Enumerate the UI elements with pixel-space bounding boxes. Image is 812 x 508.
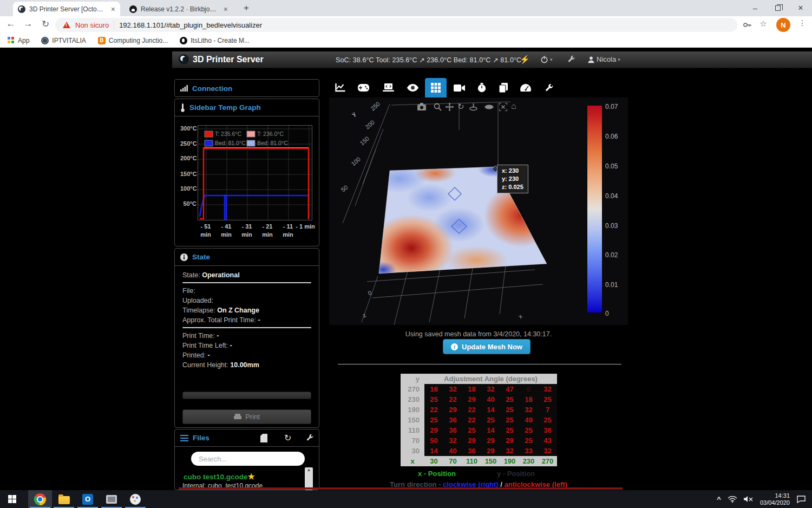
taskbar-explorer[interactable]: [52, 490, 76, 508]
file-search-input[interactable]: [191, 452, 305, 466]
chevron-down-icon: ▾: [550, 57, 553, 62]
chevron-down-icon: ▾: [618, 57, 620, 62]
close-tab-icon[interactable]: ×: [111, 5, 115, 14]
table-cell: 43: [538, 435, 557, 446]
table-cell: 110: [462, 456, 481, 466]
stopwatch-icon: [477, 83, 486, 93]
volume-muted-icon[interactable]: [744, 496, 753, 503]
temp-graph-plot[interactable]: T: 235.6°C T: 236.0°C Bed: 81.0°C Bed: 8…: [198, 125, 312, 220]
files-settings-wrench-icon[interactable]: [306, 434, 314, 442]
state-panel: State State: Operational File: Uploaded:…: [174, 248, 319, 428]
file-list-item[interactable]: cubo test10.gcode★: [184, 472, 255, 481]
colorbar-tick: 0: [605, 310, 609, 317]
colorbar: [587, 106, 602, 312]
bed-mesh-3d-plot[interactable]: ↻ ⌂: [329, 97, 628, 325]
password-key-icon[interactable]: [743, 21, 751, 29]
wrench-icon: [567, 55, 575, 63]
table-cell: 32: [519, 405, 538, 415]
connection-panel-header[interactable]: Connection: [175, 80, 319, 97]
not-secure-warning-icon[interactable]: [63, 22, 70, 28]
favorite-star-icon[interactable]: ★: [248, 472, 255, 481]
bookmark-star-icon[interactable]: ☆: [757, 19, 770, 29]
table-cell: 25: [424, 415, 443, 425]
table-cell: 32: [443, 435, 462, 446]
itslitho-icon: [180, 37, 187, 44]
table-cell: 70: [401, 435, 424, 446]
bookmark-computing-junction[interactable]: B Computing Junctio...: [98, 37, 168, 44]
browser-tab-github[interactable]: Release v1.2.2 · Birkbjo/OctoPrin ×: [125, 2, 233, 16]
notification-center-icon[interactable]: [797, 496, 806, 503]
wifi-icon[interactable]: [728, 496, 737, 503]
bed-actual-line: [200, 196, 309, 219]
system-power-menu[interactable]: ▾: [540, 55, 553, 63]
taskbar-paint[interactable]: [123, 490, 147, 508]
octoprint-logo-icon: [179, 54, 189, 64]
taskbar-outlook[interactable]: O: [76, 490, 100, 508]
table-cell: 49: [519, 415, 538, 425]
timelapse-row: Timelapse: On Z Change: [182, 305, 311, 315]
octoprint-page: 3D Printer Server SoC: 38.6°C Tool: 235.…: [0, 48, 812, 490]
sd-card-icon[interactable]: [260, 434, 267, 442]
temp-graph-panel-header[interactable]: Sidebar Temp Graph: [175, 99, 319, 116]
tab-temperature[interactable]: [329, 78, 351, 97]
profile-avatar[interactable]: N: [776, 18, 790, 32]
new-tab-button[interactable]: +: [238, 0, 254, 16]
tab-custom-settings[interactable]: [538, 78, 560, 97]
bookmark-itslitho[interactable]: ItsLitho - Create M...: [180, 37, 250, 44]
paint-icon: [130, 494, 141, 505]
table-cell: 270: [538, 456, 557, 466]
address-field[interactable]: Non sicuro 192.168.1.101/#tab_plugin_bed…: [55, 18, 737, 32]
tab-control[interactable]: [352, 78, 374, 97]
back-icon[interactable]: ←: [4, 18, 17, 29]
mesh-surface[interactable]: [369, 162, 558, 282]
tab-plugin-pages[interactable]: [493, 78, 514, 97]
tray-expand-chevron-icon[interactable]: ^: [717, 495, 721, 503]
laptop-code-icon: [383, 83, 394, 92]
mesh-data-caption: Using saved mesh data from 3/4/2020, 14:…: [329, 330, 628, 338]
bookmark-apps[interactable]: App: [8, 37, 29, 44]
table-cell: 29: [500, 435, 519, 446]
refresh-icon[interactable]: ↻: [284, 433, 291, 443]
tab-terminal[interactable]: [377, 78, 399, 97]
user-icon: [587, 56, 595, 63]
minimize-window-button[interactable]: –: [744, 0, 767, 16]
table-cell: 32: [481, 384, 500, 394]
temp-x-tick: - 21min: [257, 223, 278, 239]
url-text[interactable]: 192.168.1.101/#tab_plugin_bedlevelvisual…: [119, 21, 262, 29]
tab-webcam[interactable]: [448, 78, 470, 97]
start-button[interactable]: [0, 490, 24, 508]
settings-wrench-button[interactable]: [567, 55, 575, 63]
forward-icon[interactable]: →: [22, 18, 35, 29]
table-cell: 47: [500, 384, 519, 394]
adjustment-angle-table: yAdjustment Angle (degrees)2701832183247…: [401, 374, 557, 466]
tab-gcode-viewer[interactable]: [402, 78, 423, 97]
close-window-button[interactable]: ×: [789, 0, 812, 16]
state-panel-header[interactable]: State: [175, 249, 319, 266]
update-mesh-button[interactable]: i Update Mesh Now: [443, 339, 531, 354]
browser-tab-octoprint[interactable]: 3D Printer Server [OctoPrint] ×: [13, 2, 120, 16]
octoprint-logo[interactable]: 3D Printer Server: [179, 54, 264, 64]
state-info: State: Operational File: Uploaded: Timel…: [182, 270, 311, 370]
clipped-element-edge: [179, 487, 623, 490]
tab-dashboard[interactable]: [515, 78, 536, 97]
files-scrollbar[interactable]: ▲: [305, 467, 313, 490]
print-button[interactable]: Print: [182, 409, 311, 424]
reload-icon[interactable]: ↻: [39, 18, 52, 30]
taskbar-app-window[interactable]: [100, 490, 123, 508]
taskbar-chrome[interactable]: [28, 490, 52, 508]
not-secure-label[interactable]: Non sicuro: [75, 21, 109, 29]
table-cell: 25: [500, 405, 519, 415]
tab-timelapse[interactable]: [471, 78, 493, 97]
svg-text:Bed: 81.0°C: Bed: 81.0°C: [215, 140, 246, 146]
bookmark-iptvitalia[interactable]: IPTVITALIA: [41, 37, 86, 44]
user-menu[interactable]: Nicola ▾: [587, 55, 620, 63]
table-cell: 7: [538, 405, 557, 415]
browser-menu-icon[interactable]: ⋮: [796, 18, 809, 27]
taskbar-clock[interactable]: 14:31 03/04/2020: [760, 492, 790, 506]
tab-bed-level-visualizer[interactable]: [425, 78, 447, 97]
files-panel-header[interactable]: Files: [175, 429, 319, 447]
print-time-row: Print Time: -: [182, 331, 311, 341]
restore-window-button[interactable]: [767, 0, 789, 16]
tachometer-icon: [520, 84, 531, 92]
close-tab-icon[interactable]: ×: [224, 5, 228, 14]
